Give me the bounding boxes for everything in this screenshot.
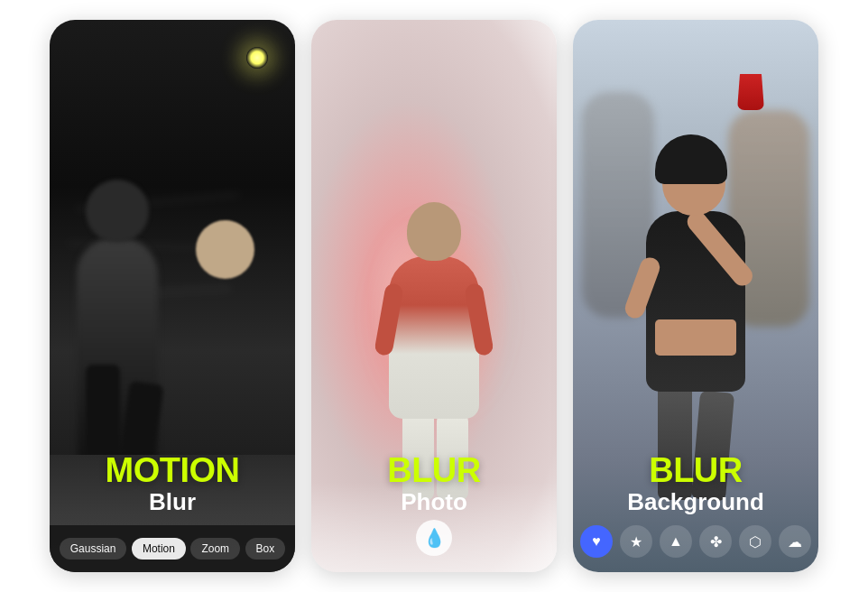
card2-label-sub: Photo xyxy=(311,487,557,518)
card-motion-blur: MOTION Blur Gaussian Motion Zoom Box xyxy=(50,20,295,572)
filter-chip-box[interactable]: Box xyxy=(245,538,286,560)
icon-triangle[interactable]: ▲ xyxy=(660,525,692,558)
icon-cloud[interactable]: ☁ xyxy=(779,525,811,558)
red-cup xyxy=(737,74,764,110)
filter-chip-zoom[interactable]: Zoom xyxy=(190,538,240,560)
icon-gamepad[interactable]: ✤ xyxy=(699,525,732,558)
icon-camera[interactable]: ⬡ xyxy=(739,525,771,558)
card2-labels: BLUR Photo xyxy=(311,453,557,518)
icon-star[interactable]: ★ xyxy=(620,525,652,558)
card1-light xyxy=(246,47,268,69)
card3-label-main: BLUR xyxy=(573,453,818,487)
card1-labels: MOTION Blur xyxy=(50,453,295,518)
card3-label-sub: Background xyxy=(573,487,818,518)
card2-bottom-icon[interactable]: 💧 xyxy=(416,520,452,556)
card1-label-sub: Blur xyxy=(50,487,295,518)
card3-labels: BLUR Background xyxy=(573,453,818,518)
figure-right xyxy=(173,193,291,482)
card-blur-background: BLUR Background ♥ ★ ▲ ✤ ⬡ ☁ xyxy=(573,20,818,572)
droplet-icon: 💧 xyxy=(423,527,446,549)
figure-left xyxy=(59,166,176,473)
icon-heart[interactable]: ♥ xyxy=(580,525,613,558)
filter-bar: Gaussian Motion Zoom Box xyxy=(50,525,295,572)
filter-chip-gaussian[interactable]: Gaussian xyxy=(60,538,127,560)
card2-label-main: BLUR xyxy=(311,453,557,487)
filter-chip-motion[interactable]: Motion xyxy=(132,538,186,560)
card3-bottom-icons: ♥ ★ ▲ ✤ ⬡ ☁ xyxy=(573,525,818,558)
card-blur-photo: BLUR Photo 💧 xyxy=(311,20,557,572)
cards-container: MOTION Blur Gaussian Motion Zoom Box xyxy=(32,2,836,590)
card3-main-figure xyxy=(623,157,768,500)
card1-label-main: MOTION xyxy=(50,453,295,487)
